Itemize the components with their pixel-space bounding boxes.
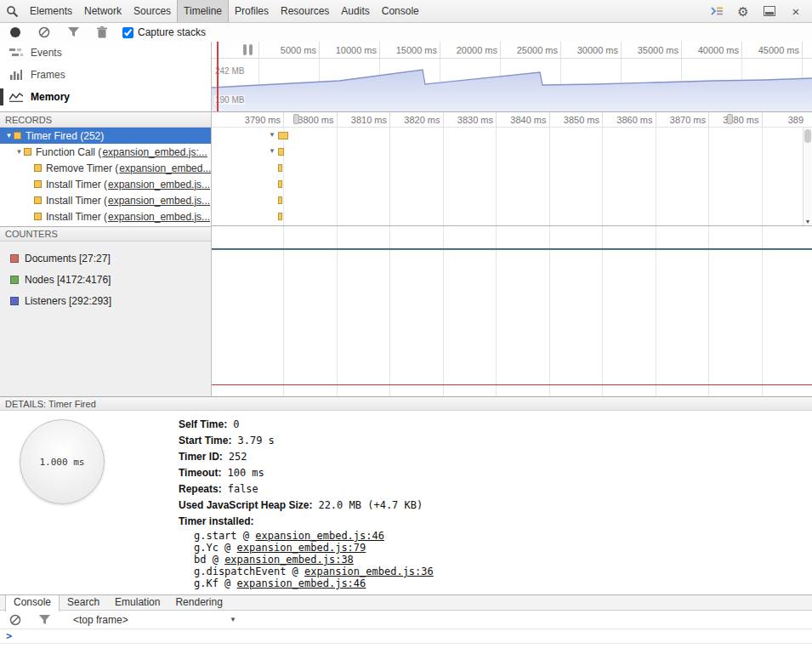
record-source-link[interactable]: expansion_embed.js...: [108, 211, 210, 223]
tab-timeline[interactable]: Timeline: [177, 0, 229, 22]
timeline-event-bar[interactable]: [278, 164, 282, 172]
record-source-link[interactable]: expansion_embed.js...: [108, 179, 210, 190]
stack-source-link[interactable]: expansion_embed.js:46: [255, 530, 384, 542]
console-output-area[interactable]: >: [0, 629, 812, 671]
settings-gear-icon[interactable]: ⚙: [735, 3, 751, 19]
record-row[interactable]: Remove Timer (expansion_embed...: [0, 160, 211, 176]
record-label: Install Timer (: [46, 211, 107, 223]
gridline: [497, 226, 550, 396]
timeline-event-bar[interactable]: [278, 196, 282, 204]
ruler-tick: 3840 ms: [497, 112, 550, 127]
tick-label: 3850 ms: [564, 115, 599, 125]
memory-overview-graph[interactable]: 242 MB 190 MB: [212, 59, 812, 111]
record-row[interactable]: ▼Timer Fired (252): [0, 128, 211, 144]
chevron-down-icon: ▼: [230, 616, 236, 623]
counter-items: Documents [27:27]Nodes [4172:4176]Listen…: [0, 247, 211, 311]
record-row[interactable]: Install Timer (expansion_embed.js...: [0, 176, 211, 192]
mode-frames[interactable]: Frames: [0, 64, 211, 86]
stack-source-link[interactable]: expansion_embed.js:46: [237, 577, 366, 589]
tab-audits[interactable]: Audits: [335, 0, 375, 22]
stack-source-link[interactable]: expansion_embed.js:36: [304, 566, 434, 577]
mode-events[interactable]: Events: [0, 42, 211, 64]
clear-console-icon[interactable]: [9, 613, 22, 627]
tick-label: 30000 ms: [577, 45, 618, 55]
timeline-event-bar[interactable]: [278, 180, 282, 188]
records-timeline-pane[interactable]: ▼▼ ▼: [212, 128, 812, 226]
tick-label: 3800 ms: [298, 115, 333, 125]
ruler-tick: 40000 ms: [682, 42, 742, 58]
gridline: [444, 128, 497, 225]
tab-elements[interactable]: Elements: [24, 0, 78, 22]
tick-label: 45000 ms: [758, 45, 799, 55]
record-button[interactable]: [9, 26, 22, 39]
record-row[interactable]: Install Timer (expansion_embed.js...: [0, 192, 211, 208]
tab-sources[interactable]: Sources: [128, 0, 177, 22]
toolbar-right-icons: ⚙ ×: [709, 3, 812, 19]
tab-profiles[interactable]: Profiles: [229, 0, 275, 22]
timeline-event-bar[interactable]: [278, 132, 288, 139]
detail-field: Self Time:0: [179, 416, 434, 432]
record-type-icon: [34, 196, 42, 204]
tick-label: 5000 ms: [281, 45, 316, 55]
tick-label: 35000 ms: [638, 45, 679, 55]
detail-field-value: 22.0 MB (+4.7 KB): [318, 499, 423, 511]
scrollbar-thumb[interactable]: [804, 129, 811, 143]
drawer-tab-rendering[interactable]: Rendering: [168, 595, 230, 611]
trash-icon[interactable]: [95, 26, 109, 39]
console-prompt-row[interactable]: >: [0, 629, 812, 644]
tick-label: 3820 ms: [404, 115, 440, 125]
gridline: [603, 128, 656, 225]
record-source-link[interactable]: expansion_embed.js:...: [102, 146, 207, 158]
counter-color-swatch: [10, 254, 19, 263]
detail-field: Timeout:100 ms: [179, 464, 434, 481]
disclosure-arrow-icon[interactable]: ▼: [14, 148, 24, 156]
tab-console[interactable]: Console: [376, 0, 425, 22]
mode-label: Memory: [31, 91, 70, 103]
filter-icon[interactable]: [66, 26, 80, 39]
gridline: [444, 226, 497, 396]
ruler-handle[interactable]: [293, 114, 299, 124]
timeline-event-bar[interactable]: [278, 148, 284, 156]
record-source-link[interactable]: expansion_embed.js...: [108, 195, 210, 207]
stack-source-link[interactable]: expansion_embed.js:38: [224, 554, 354, 566]
capture-stacks-checkbox[interactable]: [122, 27, 133, 38]
ruler-tick: 30000 ms: [561, 42, 622, 58]
memory-usage-chart: [212, 59, 812, 111]
gridline: [763, 226, 812, 396]
gridline: [284, 226, 338, 396]
drawer-tab-search[interactable]: Search: [60, 595, 107, 611]
mode-memory[interactable]: Memory: [0, 86, 211, 108]
overview-window-right-handle[interactable]: [249, 44, 253, 55]
record-row[interactable]: Install Timer (expansion_embed.js...: [0, 208, 211, 225]
disclosure-arrow-icon[interactable]: ▼: [268, 147, 276, 155]
close-icon[interactable]: ×: [788, 3, 803, 19]
search-icon[interactable]: [0, 0, 24, 22]
show-drawer-icon[interactable]: [709, 3, 724, 19]
overview-window-left-handle[interactable]: [243, 44, 247, 55]
stack-function: g.start @: [194, 530, 255, 542]
stack-source-link[interactable]: expansion_embed.js:79: [237, 542, 366, 554]
clear-icon[interactable]: [37, 26, 51, 39]
disclosure-arrow-icon[interactable]: ▼: [4, 132, 14, 139]
scroll-down-arrow-icon[interactable]: ▼: [803, 219, 812, 225]
drawer-tab-console[interactable]: Console: [5, 595, 60, 611]
records-header-label: RECORDS: [5, 115, 52, 125]
detail-field-value: 252: [229, 451, 247, 463]
drawer-tab-emulation[interactable]: Emulation: [107, 595, 168, 611]
tab-resources[interactable]: Resources: [275, 0, 335, 22]
tab-network[interactable]: Network: [78, 0, 128, 22]
record-row[interactable]: ▼Function Call (expansion_embed.js:...: [0, 144, 211, 160]
record-source-link[interactable]: expansion_embed...: [119, 162, 211, 174]
timer-installed-heading: Timer installed:: [179, 513, 434, 529]
ruler-handle[interactable]: [727, 114, 733, 124]
console-filter-icon[interactable]: [37, 613, 51, 627]
counter-toggle[interactable]: Nodes [4172:4176]: [0, 269, 211, 290]
timeline-event-bar[interactable]: [278, 213, 282, 220]
disclosure-arrow-icon[interactable]: ▼: [268, 131, 276, 139]
record-type-icon: [24, 148, 31, 156]
ruler-tick: 3820 ms: [390, 112, 444, 127]
dock-side-icon[interactable]: [762, 3, 777, 19]
counter-toggle[interactable]: Documents [27:27]: [0, 247, 211, 269]
execution-context-selector[interactable]: <top frame> ▼: [73, 614, 236, 626]
counter-toggle[interactable]: Listeners [292:293]: [0, 290, 211, 311]
